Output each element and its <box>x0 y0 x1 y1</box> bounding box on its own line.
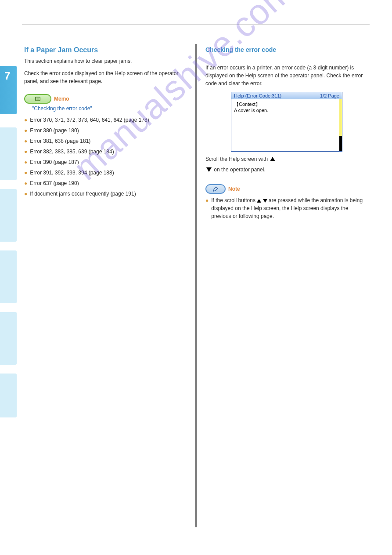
note-bullet-text: If the scroll buttons are pressed while … <box>211 196 368 220</box>
list-item-label: Error 370, 371, 372, 373, 640, 641, 642 … <box>30 116 149 124</box>
intro-para-2: Check the error code displayed on the He… <box>24 69 187 85</box>
list-item[interactable]: ●Error 382, 383, 385, 639 (page 184) <box>24 148 187 156</box>
scroll-instruction: Scroll the Help screen with <box>205 155 368 163</box>
section-title: If a Paper Jam Occurs <box>24 46 98 54</box>
bullet-icon: ● <box>24 148 27 156</box>
bullet-icon: ● <box>24 190 27 198</box>
list-item[interactable]: ●If document jams occur frequently (page… <box>24 190 187 198</box>
list-item[interactable]: ●Error 637 (page 190) <box>24 179 187 187</box>
triangle-up-icon <box>270 157 275 161</box>
help-title-right: 1/2 Page <box>320 93 339 98</box>
sidebar-tab[interactable] <box>0 189 17 242</box>
list-item[interactable]: ●Error 391, 392, 393, 394 (page 188) <box>24 169 187 177</box>
help-screen-figure: Help (Error Code:311) 1/2 Page 【Context】… <box>231 92 342 152</box>
list-item[interactable]: ●Error 370, 371, 372, 373, 640, 641, 642… <box>24 116 187 124</box>
left-column: This section explains how to clear paper… <box>24 57 187 200</box>
note-heading: Note <box>205 184 368 194</box>
bullet-icon: ● <box>205 196 209 220</box>
right-column: Checking the error code If an error occu… <box>205 46 368 220</box>
help-context-label: 【Context】 <box>234 101 339 108</box>
sidebar-tab[interactable] <box>0 374 17 417</box>
bullet-icon: ● <box>24 179 27 187</box>
bullet-icon: ● <box>24 137 27 145</box>
note-icon <box>205 184 226 194</box>
top-rule <box>22 25 370 25</box>
help-screen-body: 【Context】 A cover is open. <box>231 99 342 151</box>
scroll-instruction-line2: on the operator panel. <box>205 166 368 174</box>
list-item-label: Error 390 (page 187) <box>30 158 79 166</box>
list-item-label: Error 380 (page 180) <box>30 127 79 134</box>
list-item-label: If document jams occur frequently (page … <box>30 190 136 198</box>
intro-para-1: This section explains how to clear paper… <box>24 57 187 65</box>
triangle-down-icon <box>263 199 267 203</box>
list-item[interactable]: ●Error 381, 638 (page 181) <box>24 137 187 145</box>
note-text-before: If the scroll buttons <box>211 197 255 203</box>
scroll-text-after: on the operator panel. <box>214 166 265 174</box>
sidebar-tab[interactable] <box>0 312 17 365</box>
list-item-label: Error 391, 392, 393, 394 (page 188) <box>30 169 114 177</box>
help-context-msg: A cover is open. <box>234 108 339 113</box>
memo-label: Memo <box>54 96 69 102</box>
scroll-text-before: Scroll the Help screen with <box>205 155 268 163</box>
bullet-icon: ● <box>24 116 27 124</box>
list-item[interactable]: ●Error 390 (page 187) <box>24 158 187 166</box>
memo-icon <box>24 94 51 104</box>
sidebar-tab-number: 7 <box>4 70 10 82</box>
bullet-icon: ● <box>24 158 27 166</box>
triangle-up-icon <box>257 199 261 203</box>
right-para-1: If an error occurs in a printer, an erro… <box>205 64 368 87</box>
help-scrollbar-thumb <box>339 99 342 136</box>
memo-link-text[interactable]: "Checking the error code" <box>32 105 92 112</box>
sidebar-tab[interactable] <box>0 250 17 303</box>
list-item-label: Error 637 (page 190) <box>30 179 79 187</box>
bullet-icon: ● <box>24 127 27 134</box>
list-item-label: Error 381, 638 (page 181) <box>30 137 90 145</box>
note-label: Note <box>228 186 240 192</box>
bullet-icon: ● <box>24 169 27 177</box>
memo-link[interactable]: "Checking the error code" <box>32 105 187 112</box>
triangle-down-icon <box>206 167 212 172</box>
sidebar-tab[interactable] <box>0 127 17 180</box>
list-item-label: Error 382, 383, 385, 639 (page 184) <box>30 148 114 156</box>
help-screen-titlebar: Help (Error Code:311) 1/2 Page <box>231 92 342 99</box>
column-divider <box>195 44 197 527</box>
list-item[interactable]: ●Error 380 (page 180) <box>24 127 187 134</box>
help-title-left: Help (Error Code:311) <box>234 93 281 98</box>
sidebar-tab-active[interactable]: 7 <box>0 66 17 114</box>
right-heading: Checking the error code <box>205 46 368 53</box>
memo-heading: Memo <box>24 94 187 104</box>
note-bullet: ● If the scroll buttons are pressed whil… <box>205 196 368 220</box>
